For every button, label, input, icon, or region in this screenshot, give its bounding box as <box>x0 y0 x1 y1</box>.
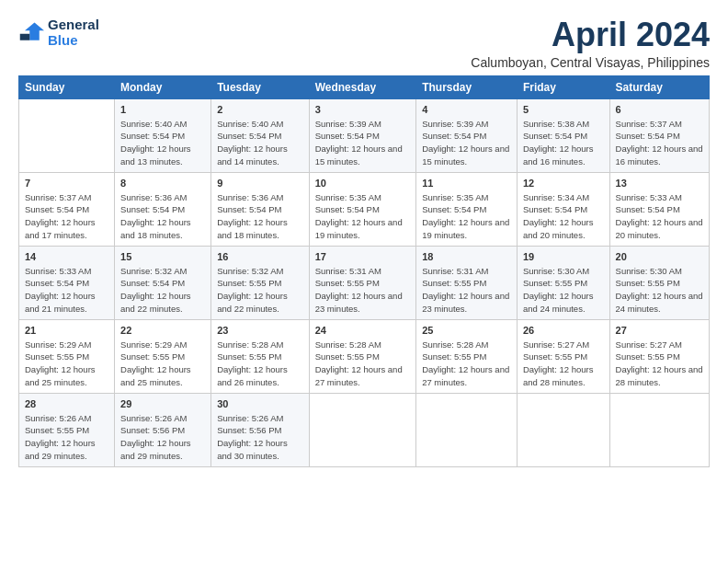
day-cell: 12Sunrise: 5:34 AMSunset: 5:54 PMDayligh… <box>517 172 609 246</box>
day-cell: 7Sunrise: 5:37 AMSunset: 5:54 PMDaylight… <box>19 172 115 246</box>
day-info: Sunrise: 5:39 AMSunset: 5:54 PMDaylight:… <box>422 118 511 168</box>
day-info: Sunrise: 5:40 AMSunset: 5:54 PMDaylight:… <box>120 118 205 168</box>
day-cell: 16Sunrise: 5:32 AMSunset: 5:55 PMDayligh… <box>211 246 309 319</box>
day-number: 18 <box>422 250 511 265</box>
day-number: 29 <box>120 397 205 412</box>
col-wednesday: Wednesday <box>309 75 416 98</box>
day-number: 3 <box>315 103 411 118</box>
day-cell: 27Sunrise: 5:27 AMSunset: 5:55 PMDayligh… <box>609 319 709 393</box>
day-cell: 18Sunrise: 5:31 AMSunset: 5:55 PMDayligh… <box>416 246 518 319</box>
col-friday: Friday <box>517 75 609 98</box>
day-info: Sunrise: 5:27 AMSunset: 5:55 PMDaylight:… <box>523 339 604 389</box>
day-cell: 5Sunrise: 5:38 AMSunset: 5:54 PMDaylight… <box>517 98 609 172</box>
day-number: 13 <box>616 177 703 191</box>
day-number: 16 <box>217 250 302 265</box>
week-row-4: 21Sunrise: 5:29 AMSunset: 5:55 PMDayligh… <box>19 319 710 393</box>
day-cell <box>309 393 416 466</box>
day-cell: 28Sunrise: 5:26 AMSunset: 5:55 PMDayligh… <box>19 393 115 466</box>
day-number: 25 <box>422 324 511 339</box>
day-number: 1 <box>120 103 205 118</box>
day-info: Sunrise: 5:26 AMSunset: 5:55 PMDaylight:… <box>25 412 108 463</box>
day-info: Sunrise: 5:32 AMSunset: 5:54 PMDaylight:… <box>120 265 205 316</box>
week-row-1: 1Sunrise: 5:40 AMSunset: 5:54 PMDaylight… <box>19 98 710 172</box>
day-number: 30 <box>217 397 302 412</box>
day-info: Sunrise: 5:31 AMSunset: 5:55 PMDaylight:… <box>422 265 511 316</box>
day-info: Sunrise: 5:28 AMSunset: 5:55 PMDaylight:… <box>422 339 511 389</box>
day-cell <box>517 393 609 466</box>
logo-icon <box>18 19 44 45</box>
day-info: Sunrise: 5:37 AMSunset: 5:54 PMDaylight:… <box>616 118 703 168</box>
day-info: Sunrise: 5:29 AMSunset: 5:55 PMDaylight:… <box>120 339 205 389</box>
day-cell: 14Sunrise: 5:33 AMSunset: 5:54 PMDayligh… <box>19 246 115 319</box>
day-info: Sunrise: 5:30 AMSunset: 5:55 PMDaylight:… <box>523 265 604 316</box>
day-number: 4 <box>422 103 511 118</box>
day-cell <box>19 98 115 172</box>
day-number: 15 <box>120 250 205 265</box>
logo-text: General Blue <box>48 17 99 49</box>
col-thursday: Thursday <box>416 75 518 98</box>
day-info: Sunrise: 5:30 AMSunset: 5:55 PMDaylight:… <box>616 265 703 316</box>
day-number: 14 <box>25 250 108 265</box>
day-info: Sunrise: 5:36 AMSunset: 5:54 PMDaylight:… <box>217 191 302 242</box>
day-number: 11 <box>422 177 511 191</box>
day-info: Sunrise: 5:28 AMSunset: 5:55 PMDaylight:… <box>315 339 411 389</box>
day-number: 7 <box>25 177 108 191</box>
day-info: Sunrise: 5:34 AMSunset: 5:54 PMDaylight:… <box>523 191 604 242</box>
day-info: Sunrise: 5:40 AMSunset: 5:54 PMDaylight:… <box>217 118 302 168</box>
day-info: Sunrise: 5:33 AMSunset: 5:54 PMDaylight:… <box>616 191 703 242</box>
title-block: April 2024 Calumboyan, Central Visayas, … <box>471 17 710 70</box>
svg-rect-1 <box>20 34 30 40</box>
day-number: 21 <box>25 324 108 339</box>
day-info: Sunrise: 5:37 AMSunset: 5:54 PMDaylight:… <box>25 191 108 242</box>
day-number: 10 <box>315 177 411 191</box>
col-sunday: Sunday <box>19 75 115 98</box>
logo: General Blue <box>18 17 99 49</box>
day-cell: 10Sunrise: 5:35 AMSunset: 5:54 PMDayligh… <box>309 172 416 246</box>
day-number: 19 <box>523 250 604 265</box>
day-cell: 19Sunrise: 5:30 AMSunset: 5:55 PMDayligh… <box>517 246 609 319</box>
day-cell: 29Sunrise: 5:26 AMSunset: 5:56 PMDayligh… <box>115 393 211 466</box>
calendar-body: 1Sunrise: 5:40 AMSunset: 5:54 PMDaylight… <box>19 98 710 466</box>
day-info: Sunrise: 5:38 AMSunset: 5:54 PMDaylight:… <box>523 118 604 168</box>
header-row: Sunday Monday Tuesday Wednesday Thursday… <box>19 75 710 98</box>
calendar-header: Sunday Monday Tuesday Wednesday Thursday… <box>19 75 710 98</box>
col-saturday: Saturday <box>609 75 709 98</box>
day-cell: 17Sunrise: 5:31 AMSunset: 5:55 PMDayligh… <box>309 246 416 319</box>
day-cell: 24Sunrise: 5:28 AMSunset: 5:55 PMDayligh… <box>309 319 416 393</box>
day-info: Sunrise: 5:32 AMSunset: 5:55 PMDaylight:… <box>217 265 302 316</box>
week-row-2: 7Sunrise: 5:37 AMSunset: 5:54 PMDaylight… <box>19 172 710 246</box>
day-cell <box>609 393 709 466</box>
day-number: 20 <box>616 250 703 265</box>
day-number: 27 <box>616 324 703 339</box>
day-cell: 22Sunrise: 5:29 AMSunset: 5:55 PMDayligh… <box>115 319 211 393</box>
day-cell: 30Sunrise: 5:26 AMSunset: 5:56 PMDayligh… <box>211 393 309 466</box>
day-number: 23 <box>217 324 302 339</box>
day-number: 2 <box>217 103 302 118</box>
day-number: 9 <box>217 177 302 191</box>
day-number: 5 <box>523 103 604 118</box>
day-info: Sunrise: 5:36 AMSunset: 5:54 PMDaylight:… <box>120 191 205 242</box>
day-cell: 21Sunrise: 5:29 AMSunset: 5:55 PMDayligh… <box>19 319 115 393</box>
day-number: 8 <box>120 177 205 191</box>
week-row-3: 14Sunrise: 5:33 AMSunset: 5:54 PMDayligh… <box>19 246 710 319</box>
day-cell: 1Sunrise: 5:40 AMSunset: 5:54 PMDaylight… <box>115 98 211 172</box>
calendar-table: Sunday Monday Tuesday Wednesday Thursday… <box>18 75 710 467</box>
day-cell: 9Sunrise: 5:36 AMSunset: 5:54 PMDaylight… <box>211 172 309 246</box>
day-cell: 26Sunrise: 5:27 AMSunset: 5:55 PMDayligh… <box>517 319 609 393</box>
col-monday: Monday <box>115 75 211 98</box>
day-cell: 8Sunrise: 5:36 AMSunset: 5:54 PMDaylight… <box>115 172 211 246</box>
day-cell: 4Sunrise: 5:39 AMSunset: 5:54 PMDaylight… <box>416 98 518 172</box>
day-cell: 2Sunrise: 5:40 AMSunset: 5:54 PMDaylight… <box>211 98 309 172</box>
day-cell <box>416 393 518 466</box>
day-cell: 13Sunrise: 5:33 AMSunset: 5:54 PMDayligh… <box>609 172 709 246</box>
day-number: 26 <box>523 324 604 339</box>
day-info: Sunrise: 5:28 AMSunset: 5:55 PMDaylight:… <box>217 339 302 389</box>
day-cell: 6Sunrise: 5:37 AMSunset: 5:54 PMDaylight… <box>609 98 709 172</box>
week-row-5: 28Sunrise: 5:26 AMSunset: 5:55 PMDayligh… <box>19 393 710 466</box>
day-number: 22 <box>120 324 205 339</box>
day-info: Sunrise: 5:33 AMSunset: 5:54 PMDaylight:… <box>25 265 108 316</box>
day-number: 28 <box>25 397 108 412</box>
day-info: Sunrise: 5:35 AMSunset: 5:54 PMDaylight:… <box>315 191 411 242</box>
day-number: 12 <box>523 177 604 191</box>
day-cell: 11Sunrise: 5:35 AMSunset: 5:54 PMDayligh… <box>416 172 518 246</box>
